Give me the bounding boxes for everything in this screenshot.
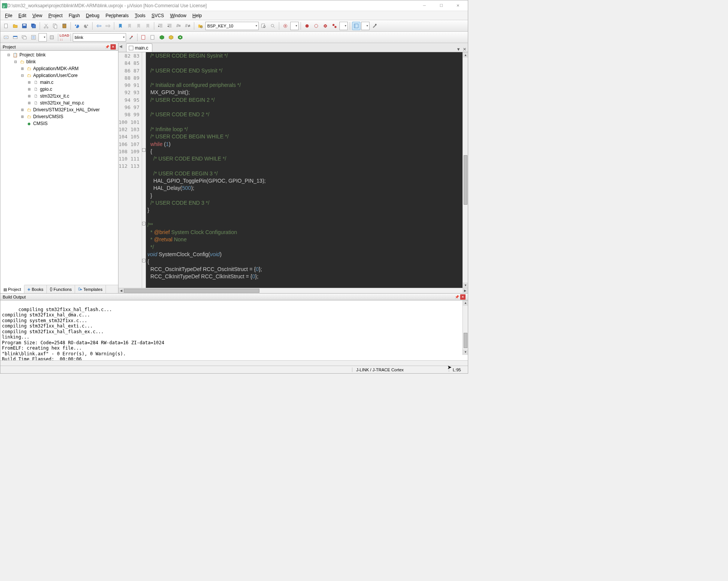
build-output-text[interactable]: compiling stm32f1xx_hal_flash.c... compi…: [0, 300, 468, 360]
scroll-thumb[interactable]: [464, 155, 467, 205]
tree-file-msp[interactable]: ⊞🗋stm32f1xx_hal_msp.c: [1, 100, 117, 106]
tab-templates[interactable]: 0▸Templates: [75, 285, 106, 293]
manage-button[interactable]: [149, 33, 157, 42]
menu-debug[interactable]: Debug: [83, 12, 102, 19]
find-folder-button[interactable]: [196, 22, 205, 30]
new-file-button[interactable]: [2, 22, 10, 30]
code-content[interactable]: /* USER CODE BEGIN SysInit */ /* USER CO…: [146, 52, 462, 288]
menu-window[interactable]: Window: [167, 12, 189, 19]
save-all-button[interactable]: [29, 22, 38, 30]
tree-cmsis-component[interactable]: ◆CMSIS: [1, 120, 117, 127]
tree-root[interactable]: ⊟📋Project: blink: [1, 51, 117, 58]
scroll-thumb[interactable]: [464, 333, 467, 348]
target-options-button[interactable]: [127, 33, 135, 42]
build-hscrollbar[interactable]: [0, 360, 468, 366]
outdent-button[interactable]: [165, 22, 174, 30]
debug-start-button[interactable]: [281, 22, 290, 30]
code-editor[interactable]: 82 83 84 85 86 87 88 89 90 91 92 93 94 9…: [118, 52, 468, 288]
breakpoint-disable-button[interactable]: [312, 22, 320, 30]
cut-button[interactable]: [42, 22, 50, 30]
pack-install-button[interactable]: [158, 33, 166, 42]
menu-help[interactable]: Help: [189, 12, 205, 19]
comment-button[interactable]: //≡: [174, 22, 183, 30]
tree-group-hal[interactable]: ⊞🗀Drivers/STM32F1xx_HAL_Driver: [1, 106, 117, 113]
bookmark-prev-button[interactable]: [125, 22, 134, 30]
close-button[interactable]: ✕: [450, 0, 466, 11]
project-tree[interactable]: ⊟📋Project: blink ⊟🗀blink ⊞🗀Application/M…: [0, 51, 118, 285]
hscroll-thumb[interactable]: [124, 289, 259, 293]
fold-box-icon[interactable]: −: [142, 259, 146, 262]
menu-peripherals[interactable]: Peripherals: [102, 12, 132, 19]
scroll-down-icon[interactable]: ▼: [463, 282, 468, 288]
tree-file-main[interactable]: ⊞🗋main.c: [1, 79, 117, 86]
fold-box-icon[interactable]: −: [142, 222, 146, 225]
paste-button[interactable]: [60, 22, 69, 30]
menu-edit[interactable]: Edit: [15, 12, 29, 19]
tab-close-icon[interactable]: ✕: [463, 47, 466, 52]
download-button[interactable]: LOAD↓↓: [60, 33, 69, 42]
open-file-button[interactable]: [11, 22, 19, 30]
breakpoint-window-button[interactable]: [330, 22, 339, 30]
file-ext-button[interactable]: [139, 33, 148, 42]
scroll-down-icon[interactable]: ▼: [463, 350, 468, 355]
editor-tab-main[interactable]: main.c: [126, 43, 152, 52]
scroll-right-icon[interactable]: ▶: [462, 288, 468, 293]
menu-view[interactable]: View: [29, 12, 45, 19]
incremental-find-button[interactable]: [269, 22, 277, 30]
bookmark-button[interactable]: [116, 22, 125, 30]
layout-combo[interactable]: [361, 22, 370, 30]
vertical-scrollbar[interactable]: ▲ ▼: [462, 52, 468, 288]
tree-group-cmsis[interactable]: ⊞🗀Drivers/CMSIS: [1, 113, 117, 120]
minimize-button[interactable]: ─: [416, 0, 433, 11]
menu-flash[interactable]: Flash: [66, 12, 83, 19]
panel-close-icon[interactable]: ✕: [460, 294, 466, 300]
pack-button[interactable]: [167, 33, 175, 42]
tree-group-mdkarm[interactable]: ⊞🗀Application/MDK-ARM: [1, 65, 117, 72]
scroll-up-icon[interactable]: ▲: [463, 52, 468, 58]
panel-close-icon[interactable]: ✕: [110, 44, 116, 50]
bookmark-next-button[interactable]: [134, 22, 143, 30]
breakpoint-button[interactable]: [303, 22, 311, 30]
scroll-up-icon[interactable]: ▲: [463, 300, 468, 306]
configure-button[interactable]: [370, 22, 379, 30]
nav-forward-button[interactable]: ⇨: [104, 22, 112, 30]
menu-project[interactable]: Project: [45, 12, 66, 19]
fold-column[interactable]: − − −: [142, 52, 146, 288]
uncomment-button[interactable]: //≢: [184, 22, 192, 30]
breakpoint-combo[interactable]: [339, 22, 348, 30]
tab-nav-left-icon[interactable]: ◀: [119, 44, 122, 48]
rte-button[interactable]: [176, 33, 184, 42]
scroll-left-icon[interactable]: ◀: [118, 288, 124, 293]
batch-build-button[interactable]: [29, 33, 38, 42]
tab-books[interactable]: ◈Books: [24, 285, 47, 293]
translate-button[interactable]: [2, 33, 10, 42]
build-vscrollbar[interactable]: ▲ ▼: [462, 300, 468, 355]
tree-target[interactable]: ⊟🗀blink: [1, 58, 117, 65]
nav-back-button[interactable]: ⇦: [94, 22, 103, 30]
pin-icon[interactable]: 📌: [104, 44, 110, 50]
menu-svcs[interactable]: SVCS: [149, 12, 167, 19]
batch-combo[interactable]: [38, 33, 47, 42]
save-button[interactable]: [20, 22, 29, 30]
indent-button[interactable]: [156, 22, 165, 30]
maximize-button[interactable]: ☐: [433, 0, 450, 11]
tab-project[interactable]: ▤Project: [0, 285, 24, 293]
debug-combo[interactable]: [290, 22, 299, 30]
menu-tools[interactable]: Tools: [132, 12, 149, 19]
breakpoint-kill-button[interactable]: [321, 22, 330, 30]
horizontal-scrollbar[interactable]: ◀ ▶: [118, 288, 468, 293]
copy-button[interactable]: [51, 22, 59, 30]
window-layout-button[interactable]: [352, 22, 360, 30]
stop-build-button[interactable]: [48, 33, 56, 42]
undo-button[interactable]: [73, 22, 81, 30]
tree-group-usercore[interactable]: ⊟🗀Application/User/Core: [1, 72, 117, 79]
find-combo[interactable]: BSP_KEY_10: [205, 22, 259, 30]
pin-icon[interactable]: 📌: [454, 294, 459, 300]
rebuild-button[interactable]: [20, 33, 29, 42]
redo-button[interactable]: [82, 22, 90, 30]
tab-dropdown-icon[interactable]: ▼: [456, 47, 461, 52]
bookmark-clear-button[interactable]: [144, 22, 152, 30]
tree-file-it[interactable]: ⊞🗋stm32f1xx_it.c: [1, 93, 117, 100]
fold-box-icon[interactable]: −: [142, 148, 146, 152]
target-select[interactable]: blink: [73, 33, 126, 42]
